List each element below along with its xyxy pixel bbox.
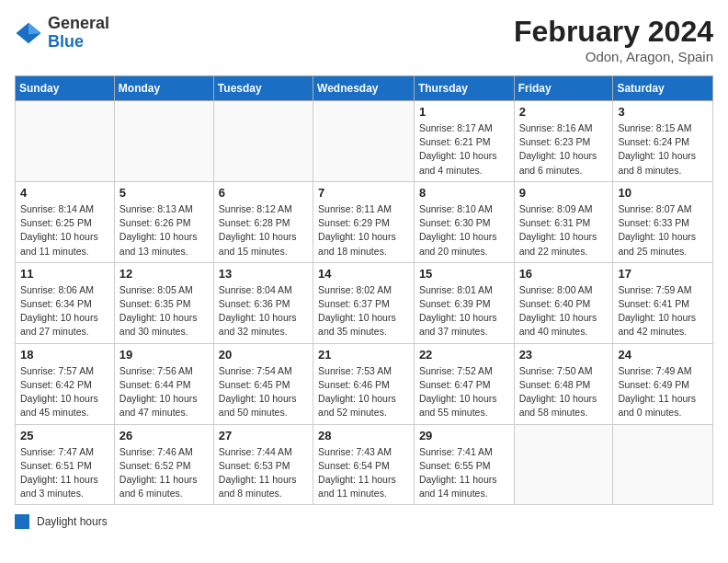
day-number: 13 <box>219 267 308 281</box>
calendar-cell: 5Sunrise: 8:13 AM Sunset: 6:26 PM Daylig… <box>114 181 213 262</box>
day-info: Sunrise: 8:15 AM Sunset: 6:24 PM Dayligh… <box>618 121 708 178</box>
calendar-table: SundayMondayTuesdayWednesdayThursdayFrid… <box>15 75 713 505</box>
calendar-cell: 22Sunrise: 7:52 AM Sunset: 6:47 PM Dayli… <box>414 343 514 424</box>
day-info: Sunrise: 8:13 AM Sunset: 6:26 PM Dayligh… <box>119 202 209 259</box>
calendar-cell: 4Sunrise: 8:14 AM Sunset: 6:25 PM Daylig… <box>16 181 115 262</box>
calendar-cell: 3Sunrise: 8:15 AM Sunset: 6:24 PM Daylig… <box>613 101 713 182</box>
day-number: 4 <box>20 186 109 200</box>
day-number: 15 <box>419 267 509 281</box>
day-number: 10 <box>618 186 708 200</box>
calendar-cell: 20Sunrise: 7:54 AM Sunset: 6:45 PM Dayli… <box>213 343 313 424</box>
day-info: Sunrise: 8:14 AM Sunset: 6:25 PM Dayligh… <box>20 202 109 259</box>
day-info: Sunrise: 8:06 AM Sunset: 6:34 PM Dayligh… <box>20 283 109 339</box>
day-info: Sunrise: 8:01 AM Sunset: 6:39 PM Dayligh… <box>419 283 509 339</box>
location: Odon, Aragon, Spain <box>514 49 713 64</box>
logo-icon <box>15 19 42 47</box>
calendar-cell <box>613 424 713 505</box>
svg-marker-1 <box>28 23 41 35</box>
weekday-header-tuesday: Tuesday <box>213 76 313 101</box>
weekday-header-row: SundayMondayTuesdayWednesdayThursdayFrid… <box>16 76 713 101</box>
logo: General Blue <box>15 15 109 52</box>
weekday-header-wednesday: Wednesday <box>313 76 415 101</box>
day-number: 28 <box>318 429 409 442</box>
day-number: 8 <box>419 186 509 200</box>
day-info: Sunrise: 7:56 AM Sunset: 6:44 PM Dayligh… <box>119 364 209 420</box>
day-number: 3 <box>618 105 708 119</box>
day-info: Sunrise: 7:57 AM Sunset: 6:42 PM Dayligh… <box>20 364 109 420</box>
calendar-cell: 23Sunrise: 7:50 AM Sunset: 6:48 PM Dayli… <box>514 343 613 424</box>
calendar-cell <box>16 101 115 182</box>
calendar-cell: 2Sunrise: 8:16 AM Sunset: 6:23 PM Daylig… <box>514 101 613 182</box>
calendar-cell: 8Sunrise: 8:10 AM Sunset: 6:30 PM Daylig… <box>414 181 514 262</box>
calendar-cell: 10Sunrise: 8:07 AM Sunset: 6:33 PM Dayli… <box>613 181 713 262</box>
calendar-cell: 21Sunrise: 7:53 AM Sunset: 6:46 PM Dayli… <box>313 343 415 424</box>
day-number: 17 <box>618 267 708 281</box>
calendar-week-row: 25Sunrise: 7:47 AM Sunset: 6:51 PM Dayli… <box>16 424 713 505</box>
calendar-cell: 25Sunrise: 7:47 AM Sunset: 6:51 PM Dayli… <box>16 424 115 505</box>
calendar-cell: 14Sunrise: 8:02 AM Sunset: 6:37 PM Dayli… <box>313 262 415 343</box>
day-info: Sunrise: 7:47 AM Sunset: 6:51 PM Dayligh… <box>20 445 109 501</box>
calendar-cell: 1Sunrise: 8:17 AM Sunset: 6:21 PM Daylig… <box>414 101 514 182</box>
calendar-cell: 28Sunrise: 7:43 AM Sunset: 6:54 PM Dayli… <box>313 424 415 505</box>
day-number: 14 <box>318 267 409 281</box>
day-number: 1 <box>419 105 509 119</box>
legend-color-box <box>15 514 29 529</box>
day-number: 26 <box>119 429 209 442</box>
day-number: 22 <box>419 348 509 362</box>
calendar-cell: 24Sunrise: 7:49 AM Sunset: 6:49 PM Dayli… <box>613 343 713 424</box>
calendar-cell: 6Sunrise: 8:12 AM Sunset: 6:28 PM Daylig… <box>213 181 313 262</box>
day-number: 25 <box>20 429 109 442</box>
day-info: Sunrise: 7:54 AM Sunset: 6:45 PM Dayligh… <box>219 364 308 420</box>
weekday-header-friday: Friday <box>514 76 613 101</box>
day-number: 16 <box>519 267 609 281</box>
calendar-cell <box>514 424 613 505</box>
day-number: 6 <box>219 186 308 200</box>
day-info: Sunrise: 7:44 AM Sunset: 6:53 PM Dayligh… <box>219 445 308 501</box>
legend-label: Daylight hours <box>37 515 108 528</box>
calendar-cell: 12Sunrise: 8:05 AM Sunset: 6:35 PM Dayli… <box>114 262 213 343</box>
weekday-header-monday: Monday <box>114 76 213 101</box>
weekday-header-sunday: Sunday <box>16 76 115 101</box>
calendar-cell: 19Sunrise: 7:56 AM Sunset: 6:44 PM Dayli… <box>114 343 213 424</box>
day-info: Sunrise: 7:52 AM Sunset: 6:47 PM Dayligh… <box>419 364 509 420</box>
day-number: 20 <box>219 348 308 362</box>
day-info: Sunrise: 8:00 AM Sunset: 6:40 PM Dayligh… <box>519 283 609 339</box>
day-number: 24 <box>618 348 708 362</box>
day-number: 21 <box>318 348 409 362</box>
month-title: February 2024 <box>514 15 713 49</box>
day-number: 5 <box>119 186 209 200</box>
logo-text: General Blue <box>48 15 109 52</box>
day-number: 27 <box>219 429 308 442</box>
calendar-cell: 9Sunrise: 8:09 AM Sunset: 6:31 PM Daylig… <box>514 181 613 262</box>
day-info: Sunrise: 8:04 AM Sunset: 6:36 PM Dayligh… <box>219 283 308 339</box>
day-info: Sunrise: 7:53 AM Sunset: 6:46 PM Dayligh… <box>318 364 409 420</box>
day-info: Sunrise: 8:09 AM Sunset: 6:31 PM Dayligh… <box>519 202 609 259</box>
calendar-cell: 29Sunrise: 7:41 AM Sunset: 6:55 PM Dayli… <box>414 424 514 505</box>
day-info: Sunrise: 7:59 AM Sunset: 6:41 PM Dayligh… <box>618 283 708 339</box>
day-info: Sunrise: 8:02 AM Sunset: 6:37 PM Dayligh… <box>318 283 409 339</box>
day-info: Sunrise: 8:05 AM Sunset: 6:35 PM Dayligh… <box>119 283 209 339</box>
day-info: Sunrise: 8:17 AM Sunset: 6:21 PM Dayligh… <box>419 121 509 178</box>
day-number: 12 <box>119 267 209 281</box>
calendar-week-row: 1Sunrise: 8:17 AM Sunset: 6:21 PM Daylig… <box>16 101 713 182</box>
calendar-cell <box>213 101 313 182</box>
day-number: 2 <box>519 105 609 119</box>
legend: Daylight hours <box>15 514 713 529</box>
day-number: 23 <box>519 348 609 362</box>
calendar-cell: 16Sunrise: 8:00 AM Sunset: 6:40 PM Dayli… <box>514 262 613 343</box>
title-block: February 2024 Odon, Aragon, Spain <box>514 15 713 64</box>
weekday-header-saturday: Saturday <box>613 76 713 101</box>
calendar-week-row: 11Sunrise: 8:06 AM Sunset: 6:34 PM Dayli… <box>16 262 713 343</box>
calendar-cell: 27Sunrise: 7:44 AM Sunset: 6:53 PM Dayli… <box>213 424 313 505</box>
calendar-cell: 18Sunrise: 7:57 AM Sunset: 6:42 PM Dayli… <box>16 343 115 424</box>
calendar-cell: 7Sunrise: 8:11 AM Sunset: 6:29 PM Daylig… <box>313 181 415 262</box>
calendar-cell: 13Sunrise: 8:04 AM Sunset: 6:36 PM Dayli… <box>213 262 313 343</box>
calendar-cell: 15Sunrise: 8:01 AM Sunset: 6:39 PM Dayli… <box>414 262 514 343</box>
day-info: Sunrise: 8:07 AM Sunset: 6:33 PM Dayligh… <box>618 202 708 259</box>
day-info: Sunrise: 8:11 AM Sunset: 6:29 PM Dayligh… <box>318 202 409 259</box>
day-info: Sunrise: 7:46 AM Sunset: 6:52 PM Dayligh… <box>119 445 209 501</box>
weekday-header-thursday: Thursday <box>414 76 514 101</box>
calendar-cell: 26Sunrise: 7:46 AM Sunset: 6:52 PM Dayli… <box>114 424 213 505</box>
day-info: Sunrise: 7:41 AM Sunset: 6:55 PM Dayligh… <box>419 445 509 501</box>
day-number: 19 <box>119 348 209 362</box>
